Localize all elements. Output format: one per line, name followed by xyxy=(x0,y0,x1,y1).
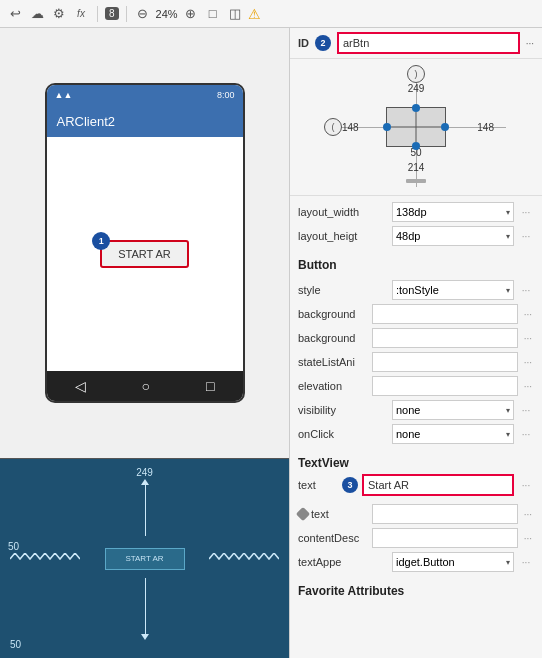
textview-section-header: TextView xyxy=(290,450,542,472)
id-more-button[interactable]: ··· xyxy=(526,38,534,49)
phone-mockup: ▲▲ 8:00 ARClient2 1 START AR ◁ ○ □ xyxy=(45,83,245,403)
phone-time: 8:00 xyxy=(217,90,235,100)
undo-icon[interactable]: ↩ xyxy=(6,5,24,23)
divider xyxy=(97,6,98,22)
start-ar-button[interactable]: 1 START AR xyxy=(100,240,189,268)
bottom-dim-label: 50 xyxy=(10,639,21,650)
dot-right[interactable] xyxy=(441,123,449,131)
elevation-input[interactable] xyxy=(372,376,518,396)
stateListAnim-row: stateListAni ··· xyxy=(298,350,534,374)
style-dropdown[interactable]: :tonStyle ▾ xyxy=(392,280,514,300)
dropdown-arrow-icon: ▾ xyxy=(506,208,510,217)
tv-text-value-box[interactable]: Start AR xyxy=(362,474,514,496)
elevation-label: elevation xyxy=(298,380,368,392)
layout-height-dropdown[interactable]: 48dp ▾ xyxy=(392,226,514,246)
id-input[interactable] xyxy=(337,32,520,54)
layout-height-value: 48dp xyxy=(396,230,420,242)
textappearance-value: idget.Button xyxy=(396,556,455,568)
contentdesc-label: contentDesc xyxy=(298,532,368,544)
tv-text-value: Start AR xyxy=(368,479,409,491)
home-icon[interactable]: ○ xyxy=(142,378,150,394)
background1-row: background ··· xyxy=(298,302,534,326)
constraint-box: ) ( 249 214 148 148 50 xyxy=(326,67,506,187)
constraint-diagram: ) ( 249 214 148 148 50 xyxy=(290,59,542,196)
id-badge: 2 xyxy=(315,35,331,51)
tv-text-more[interactable]: ··· xyxy=(518,477,534,493)
text2-row: text ··· xyxy=(298,502,534,526)
textappearance-dropdown[interactable]: idget.Button ▾ xyxy=(392,552,514,572)
visibility-label: visibility xyxy=(298,404,388,416)
layout-width-more[interactable]: ··· xyxy=(518,204,534,220)
visibility-dropdown[interactable]: none ▾ xyxy=(392,400,514,420)
recents-icon[interactable]: □ xyxy=(206,378,214,394)
onclick-arrow-icon: ▾ xyxy=(506,430,510,439)
background2-row: background ··· xyxy=(298,326,534,350)
blueprint-panel: 249 50 START AR xyxy=(0,458,289,658)
textview-text-row: text 3 Start AR ··· xyxy=(290,472,542,498)
style-row: style :tonStyle ▾ ··· xyxy=(298,278,534,302)
onclick-value: none xyxy=(396,428,420,440)
vis-more[interactable]: ··· xyxy=(518,402,534,418)
layout-width-dropdown[interactable]: 138dp ▾ xyxy=(392,202,514,222)
text2-input[interactable] xyxy=(372,504,518,524)
textview-props: text ··· contentDesc ··· textAppe idget.… xyxy=(290,498,542,578)
phone-nav-bar: ◁ ○ □ xyxy=(47,371,243,401)
top-dim: 249 xyxy=(408,83,425,94)
fx-icon[interactable]: fx xyxy=(72,5,90,23)
id-label: ID xyxy=(298,37,309,49)
sync-icon[interactable]: ☁ xyxy=(28,5,46,23)
left-zigzag xyxy=(10,553,80,565)
ta-arrow-icon: ▾ xyxy=(506,558,510,567)
zoom-level: 24% xyxy=(156,8,178,20)
layout-height-row: layout_heigt 48dp ▾ ··· xyxy=(298,224,534,248)
dot-bottom[interactable] xyxy=(412,142,420,150)
textappearance-label: textAppe xyxy=(298,556,388,568)
sla-more[interactable]: ··· xyxy=(522,354,534,370)
background1-input[interactable] xyxy=(372,304,518,324)
dot-left[interactable] xyxy=(383,123,391,131)
layout-height-more[interactable]: ··· xyxy=(518,228,534,244)
style-arrow-icon: ▾ xyxy=(506,286,510,295)
constraint-inner-box xyxy=(386,107,446,147)
arrow-bottom xyxy=(141,634,149,640)
error-badge: 8 xyxy=(105,7,119,20)
tv-text-label: text xyxy=(298,479,338,491)
layout-height-label: layout_heigt xyxy=(298,230,388,242)
bg1-more[interactable]: ··· xyxy=(522,306,534,322)
contentdesc-input[interactable] xyxy=(372,528,518,548)
stateListAnim-label: stateListAni xyxy=(298,356,368,368)
dot-top[interactable] xyxy=(412,104,420,112)
button-section-header: Button xyxy=(290,252,542,274)
warning-icon: ⚠ xyxy=(248,6,261,22)
zoom-out-icon[interactable]: ⊖ xyxy=(134,5,152,23)
zoom-in-icon[interactable]: ⊕ xyxy=(182,5,200,23)
onclick-dropdown[interactable]: none ▾ xyxy=(392,424,514,444)
blueprint-element-label: START AR xyxy=(125,554,163,563)
ta-more[interactable]: ··· xyxy=(518,554,534,570)
settings-icon[interactable]: ⚙ xyxy=(50,5,68,23)
id-header: ID 2 ··· xyxy=(290,28,542,59)
constraint-line-top xyxy=(145,481,146,536)
bg2-more[interactable]: ··· xyxy=(522,330,534,346)
style-more[interactable]: ··· xyxy=(518,282,534,298)
device-icon[interactable]: □ xyxy=(204,5,222,23)
contentdesc-more[interactable]: ··· xyxy=(522,530,534,546)
visibility-row: visibility none ▾ ··· xyxy=(298,398,534,422)
background2-input[interactable] xyxy=(372,328,518,348)
left-constraint-circle: ( xyxy=(324,118,342,136)
layout-icon[interactable]: ◫ xyxy=(226,5,244,23)
style-value: :tonStyle xyxy=(396,284,439,296)
back-icon[interactable]: ◁ xyxy=(75,378,86,394)
elev-more[interactable]: ··· xyxy=(522,378,534,394)
onclick-more[interactable]: ··· xyxy=(518,426,534,442)
stateListAnim-input[interactable] xyxy=(372,352,518,372)
right-panel: ID 2 ··· ) ( 249 214 148 14 xyxy=(290,28,542,658)
visibility-value: none xyxy=(396,404,420,416)
onclick-label: onClick xyxy=(298,428,388,440)
blueprint-dim-top: 249 xyxy=(136,467,153,478)
phone-content: 1 START AR xyxy=(47,137,243,371)
text2-more[interactable]: ··· xyxy=(522,506,534,522)
phone-app-title: ARClient2 xyxy=(57,114,116,129)
divider2 xyxy=(126,6,127,22)
left-dim: 148 xyxy=(342,122,359,133)
